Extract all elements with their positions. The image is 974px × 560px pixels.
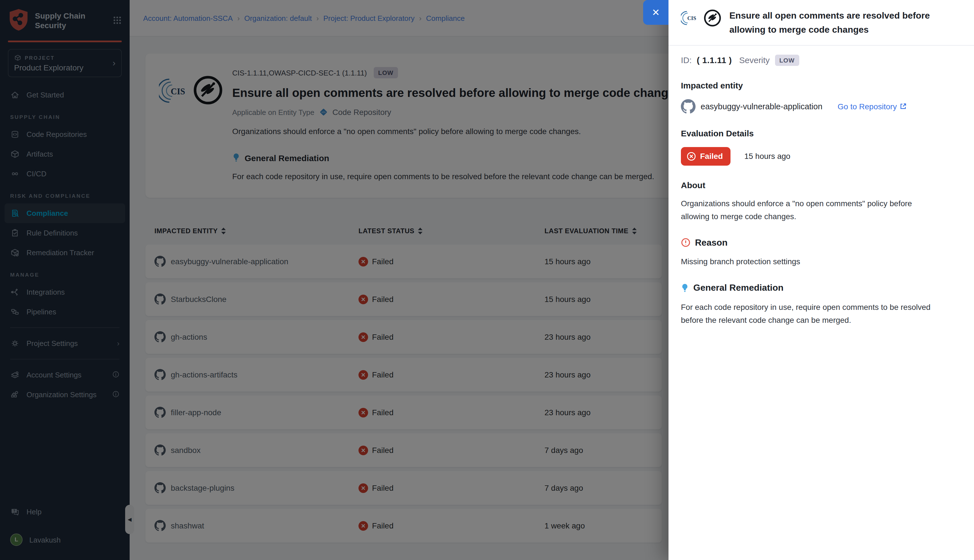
alert-circle-icon — [681, 238, 690, 248]
impacted-entity-heading: Impacted entity — [681, 80, 959, 90]
rule-details-drawer: CIS Ensure all open comments are resolve… — [669, 0, 974, 560]
owasp-logo-icon — [704, 9, 722, 29]
id-value: ( 1.1.11 ) — [697, 55, 732, 65]
reason-heading: Reason — [695, 238, 728, 248]
about-heading: About — [681, 180, 959, 190]
general-remediation-heading: General Remediation — [693, 283, 784, 293]
failed-status-badge: Failed — [681, 147, 731, 165]
reason-text: Missing branch protection settings — [681, 255, 936, 268]
about-text: Organizations should enforce a "no open … — [681, 197, 936, 223]
drawer-close-button[interactable]: ✕ — [643, 0, 669, 25]
id-label: ID: — [681, 55, 692, 65]
svg-text:CIS: CIS — [687, 15, 696, 21]
general-remediation-text: For each code repository in use, require… — [681, 301, 945, 327]
evaluation-time: 15 hours ago — [744, 152, 790, 160]
lightbulb-icon — [681, 283, 689, 293]
app-root: Supply Chain Security PROJECT Product Ex… — [0, 0, 974, 560]
go-to-repository-link[interactable]: Go to Repository — [837, 102, 907, 111]
severity-label: Severity — [739, 55, 770, 65]
drawer-title: Ensure all open comments are resolved be… — [729, 9, 959, 37]
external-link-icon — [900, 103, 907, 110]
impacted-entity-name: easybuggy-vulnerable-application — [700, 102, 822, 111]
cis-logo-icon: CIS — [681, 9, 698, 29]
severity-badge: LOW — [775, 54, 799, 66]
github-icon — [681, 99, 695, 113]
evaluation-details-heading: Evaluation Details — [681, 128, 959, 138]
failed-circle-x-icon — [687, 151, 696, 161]
